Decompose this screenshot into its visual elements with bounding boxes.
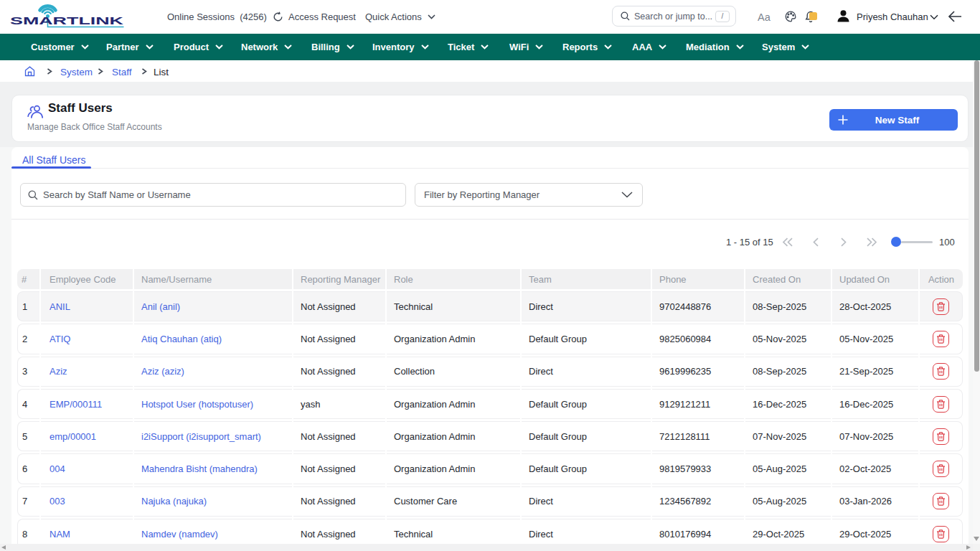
svg-text:SMARTLINK: SMARTLINK (10, 14, 124, 27)
